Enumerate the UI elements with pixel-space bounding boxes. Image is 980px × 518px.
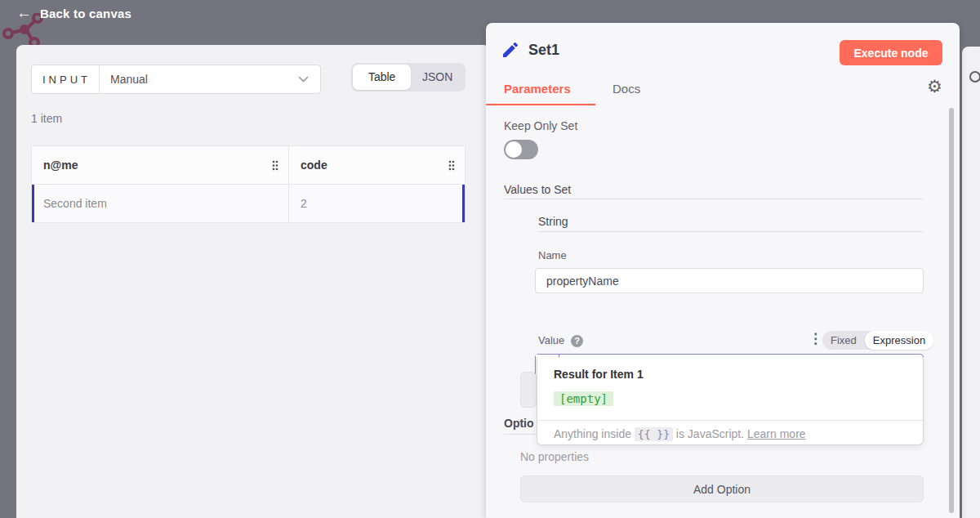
cell-value: 2 [301, 197, 307, 210]
back-arrow-icon: ← [16, 3, 32, 23]
column-code-label: code [301, 159, 448, 172]
tab-docs[interactable]: Docs [612, 82, 640, 96]
name-field-label: Name [538, 249, 567, 261]
table-row[interactable]: Second item 2 [32, 184, 465, 222]
drag-grip-icon[interactable] [448, 160, 455, 171]
output-panel-edge [962, 47, 980, 518]
column-name-label: n@me [43, 159, 78, 172]
gear-icon[interactable]: ⚙ [927, 77, 942, 96]
value-field-label: Value [538, 334, 564, 346]
node-title: Set1 [528, 42, 559, 59]
no-properties-text: No properties [520, 450, 589, 463]
output-label-partial [969, 71, 980, 83]
node-settings-panel: Set1 Execute node Parameters Docs ⚙ Keep… [486, 23, 960, 518]
expression-result-popup: Result for Item 1 [empty] Anything insid… [537, 357, 924, 445]
table-header-cell[interactable]: code [289, 146, 465, 184]
table-header-cell[interactable]: n@me [32, 146, 289, 184]
input-items-count: 1 item [31, 112, 62, 125]
cell-value: Second item [43, 197, 107, 210]
tab-parameters[interactable]: Parameters [504, 82, 571, 96]
row-insert-marker [32, 185, 34, 222]
table-header-row: n@me code [32, 146, 465, 184]
input-view-toggle: Table JSON [351, 63, 466, 92]
popup-divider [537, 420, 923, 421]
view-json-tab[interactable]: JSON [411, 65, 464, 90]
edit-pencil-icon[interactable] [501, 40, 520, 60]
back-to-canvas-button[interactable]: ← Back to canvas [16, 3, 131, 23]
back-to-canvas-label: Back to canvas [40, 7, 131, 20]
input-source-value: Manual [100, 73, 298, 86]
row-insert-marker [462, 185, 465, 222]
table-cell[interactable]: Second item [32, 185, 289, 222]
obscured-button-edge [520, 372, 537, 408]
active-tab-underline [486, 104, 595, 105]
result-value: [empty] [554, 391, 613, 406]
hint-text: is JavaScript. [673, 427, 747, 440]
section-divider [538, 231, 924, 232]
options-section-label: Optio [504, 417, 534, 430]
learn-more-link[interactable]: Learn more [747, 427, 806, 440]
result-title: Result for Item 1 [554, 368, 644, 381]
kebab-menu-icon[interactable]: ⋮ [808, 330, 822, 347]
n8n-node-detail-screen: ← Back to canvas INPUT Manual Table JSON… [0, 0, 980, 518]
value-mode-toggle: Fixed Expression [822, 331, 924, 350]
table-cell[interactable]: 2 [289, 185, 465, 222]
mode-expression-option[interactable]: Expression [865, 331, 933, 350]
string-section-label: String [538, 215, 568, 228]
add-option-button[interactable]: Add Option [520, 476, 924, 502]
name-input[interactable] [535, 268, 924, 293]
view-table-tab[interactable]: Table [353, 65, 411, 90]
node-header: Set1 Execute node Parameters Docs ⚙ [486, 23, 960, 105]
execute-node-button[interactable]: Execute node [840, 40, 942, 65]
input-data-table: n@me code Second item 2 [31, 145, 466, 223]
hint-code-chip: {{ }} [635, 427, 673, 441]
mode-fixed-option[interactable]: Fixed [822, 331, 865, 350]
drag-grip-icon[interactable] [272, 160, 278, 171]
chevron-down-icon [298, 76, 309, 83]
section-divider [504, 434, 537, 435]
input-panel: INPUT Manual Table JSON 1 item n@me code [16, 45, 490, 518]
toggle-knob [506, 141, 522, 158]
expression-hint: Anything inside {{ }} is JavaScript. Lea… [554, 427, 806, 440]
input-source-select[interactable]: INPUT Manual [31, 65, 321, 94]
hint-text: Anything inside [554, 427, 635, 440]
input-panel-label: INPUT [32, 65, 100, 93]
help-question-icon[interactable]: ? [571, 335, 583, 347]
keep-only-set-toggle[interactable] [504, 140, 538, 159]
values-to-set-label: Values to Set [504, 183, 571, 196]
keep-only-set-label: Keep Only Set [504, 119, 577, 132]
section-divider [504, 199, 924, 199]
panel-scrollbar[interactable] [949, 108, 954, 513]
